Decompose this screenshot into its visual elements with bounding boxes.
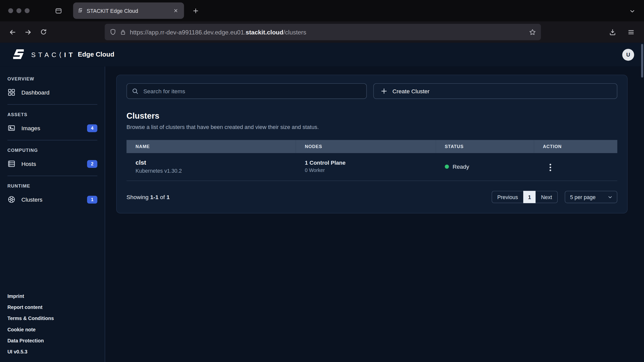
forward-button[interactable] bbox=[21, 25, 34, 38]
sidebar-item-clusters[interactable]: Clusters 1 bbox=[0, 191, 105, 208]
sidebar-item-label: Dashboard bbox=[21, 89, 50, 96]
pagination-controls: Previous 1 Next 5 per page bbox=[492, 191, 617, 203]
showing-range: 1-1 bbox=[150, 194, 158, 200]
sidebar-divider bbox=[7, 140, 97, 141]
showing-label: Showing bbox=[127, 194, 149, 200]
toolbar-right-icons bbox=[606, 25, 638, 38]
search-input[interactable] bbox=[143, 87, 361, 95]
images-count-badge: 4 bbox=[87, 124, 97, 132]
chevron-down-icon bbox=[608, 194, 613, 200]
sidebar-item-images[interactable]: Images 4 bbox=[0, 119, 105, 137]
tab-bar: STACKIT Edge Cloud bbox=[0, 0, 644, 21]
window-close-button[interactable] bbox=[8, 8, 13, 13]
create-cluster-label: Create Cluster bbox=[392, 88, 429, 94]
sidebar-section-computing: COMPUTING bbox=[0, 144, 105, 155]
status-badge: Ready bbox=[453, 163, 469, 170]
tab-favicon-icon bbox=[77, 8, 83, 14]
reload-button[interactable] bbox=[37, 25, 50, 38]
new-tab-button[interactable] bbox=[190, 5, 201, 17]
app-body: OVERVIEW Dashboard ASSETS Images 4 COMPU… bbox=[0, 66, 644, 362]
showing-total: 1 bbox=[167, 194, 170, 200]
cell-action bbox=[534, 153, 617, 181]
per-page-value: 5 per page bbox=[570, 194, 596, 200]
clusters-icon bbox=[7, 195, 16, 204]
sidebar-item-label: Images bbox=[21, 125, 40, 131]
brand-wordmark: STAC⟨IT bbox=[31, 51, 75, 59]
footer-link-data-protection[interactable]: Data Protection bbox=[7, 338, 97, 344]
tab-title: STACKIT Edge Cloud bbox=[87, 8, 168, 14]
card-toolbar: Create Cluster bbox=[127, 83, 617, 99]
url-prefix: https://app.rr-dev-a991186.dev.edge.eu01… bbox=[130, 28, 246, 35]
hosts-icon bbox=[7, 160, 16, 168]
search-icon bbox=[132, 88, 138, 94]
nodes-worker: 0 Worker bbox=[305, 167, 436, 173]
column-header-name: NAME bbox=[127, 140, 296, 153]
cluster-version: Kubernetes v1.30.2 bbox=[136, 168, 296, 174]
table-row[interactable]: clst Kubernetes v1.30.2 1 Control Plane … bbox=[127, 153, 617, 181]
tab-list-chevron-icon[interactable] bbox=[627, 6, 637, 16]
screen: STACKIT Edge Cloud htt bbox=[0, 0, 644, 362]
footer-link-cookie-note[interactable]: Cookie note bbox=[7, 327, 97, 333]
column-header-nodes: NODES bbox=[296, 140, 436, 153]
column-header-action: ACTION bbox=[534, 140, 617, 153]
per-page-select[interactable]: 5 per page bbox=[565, 191, 617, 203]
bookmark-star-icon[interactable] bbox=[529, 28, 536, 35]
nodes-control-plane: 1 Control Plane bbox=[305, 160, 436, 166]
url-path: /clusters bbox=[283, 28, 306, 35]
next-page-button[interactable]: Next bbox=[536, 191, 558, 203]
status-ready-dot bbox=[445, 164, 449, 168]
wordmark-k: ⟨ bbox=[59, 51, 64, 59]
tab-close-icon[interactable] bbox=[172, 7, 180, 15]
address-bar[interactable]: https://app.rr-dev-a991186.dev.edge.eu01… bbox=[105, 24, 541, 40]
back-button[interactable] bbox=[6, 25, 19, 38]
sidebar-footer: Imprint Report content Terms & Condition… bbox=[0, 293, 105, 362]
product-name: Edge Cloud bbox=[78, 51, 114, 58]
hosts-count-badge: 2 bbox=[87, 160, 97, 168]
window-zoom-button[interactable] bbox=[25, 8, 30, 13]
scrollbar[interactable] bbox=[641, 44, 643, 78]
wordmark-stac: STAC bbox=[31, 51, 59, 58]
create-cluster-button[interactable]: Create Cluster bbox=[373, 83, 617, 99]
cell-nodes: 1 Control Plane 0 Worker bbox=[296, 153, 436, 181]
previous-page-button[interactable]: Previous bbox=[492, 191, 524, 203]
cell-status: Ready bbox=[436, 153, 534, 181]
browser-tab[interactable]: STACKIT Edge Cloud bbox=[73, 3, 184, 19]
window-minimize-button[interactable] bbox=[16, 8, 21, 13]
sidebar-divider bbox=[7, 104, 97, 105]
app-header: STAC⟨IT Edge Cloud U bbox=[0, 43, 644, 67]
sidebar-item-label: Clusters bbox=[21, 196, 43, 203]
window-controls bbox=[0, 8, 30, 13]
user-avatar[interactable]: U bbox=[622, 49, 634, 60]
page-subtitle: Browse a list of clusters that have been… bbox=[127, 124, 617, 130]
sidebar: OVERVIEW Dashboard ASSETS Images 4 COMPU… bbox=[0, 66, 105, 362]
lock-icon[interactable] bbox=[120, 29, 126, 35]
cell-name: clst Kubernetes v1.30.2 bbox=[127, 153, 296, 181]
row-actions-kebab-icon[interactable] bbox=[546, 162, 554, 173]
sidebar-section-overview: OVERVIEW bbox=[0, 72, 105, 84]
column-header-status: STATUS bbox=[436, 140, 534, 153]
footer-link-terms[interactable]: Terms & Conditions bbox=[7, 316, 97, 322]
search-box bbox=[127, 83, 367, 99]
firefox-view-icon[interactable] bbox=[53, 5, 64, 17]
page-1-button[interactable]: 1 bbox=[523, 191, 536, 203]
url-text: https://app.rr-dev-a991186.dev.edge.eu01… bbox=[130, 28, 525, 35]
wordmark-it: IT bbox=[64, 51, 75, 58]
showing-summary: Showing 1-1 of 1 bbox=[127, 194, 170, 200]
page-title: Clusters bbox=[127, 111, 617, 121]
table-footer: Showing 1-1 of 1 Previous 1 Next 5 per p… bbox=[127, 191, 617, 203]
save-to-device-icon[interactable] bbox=[606, 25, 619, 38]
dashboard-icon bbox=[7, 88, 16, 97]
menu-icon[interactable] bbox=[624, 25, 637, 38]
ui-version-label: UI v0.5.3 bbox=[7, 349, 97, 355]
clusters-table: NAME NODES STATUS ACTION clst Kubernetes… bbox=[127, 140, 617, 181]
table-header-row: NAME NODES STATUS ACTION bbox=[127, 140, 617, 153]
plus-icon bbox=[381, 88, 387, 94]
sidebar-item-dashboard[interactable]: Dashboard bbox=[0, 84, 105, 101]
sidebar-divider bbox=[7, 176, 97, 176]
footer-link-imprint[interactable]: Imprint bbox=[7, 293, 97, 299]
sidebar-item-hosts[interactable]: Hosts 2 bbox=[0, 155, 105, 172]
tracking-shield-icon[interactable] bbox=[110, 29, 116, 35]
browser-toolbar: https://app.rr-dev-a991186.dev.edge.eu01… bbox=[0, 21, 644, 43]
url-domain: stackit.cloud bbox=[246, 28, 284, 35]
footer-link-report-content[interactable]: Report content bbox=[7, 304, 97, 310]
